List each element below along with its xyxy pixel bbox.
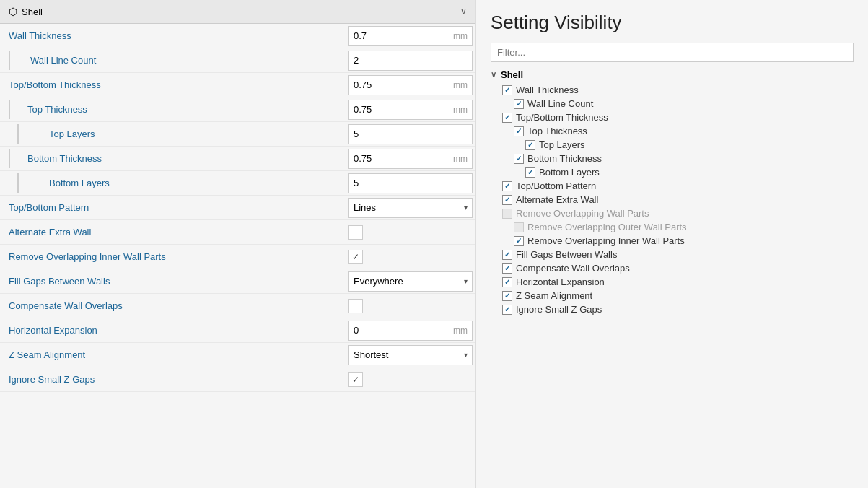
panel-title: Setting Visibility xyxy=(491,12,854,34)
remove-overlapping-inner-checkbox[interactable] xyxy=(348,250,363,264)
top-layers-input[interactable]: 5 xyxy=(354,128,359,139)
remove-overlapping-inner-value[interactable] xyxy=(346,248,475,266)
ignore-small-z-gaps-value[interactable] xyxy=(346,371,475,388)
tree-label-ignore-small-z-gaps: Ignore Small Z Gaps xyxy=(516,304,602,315)
tree-checkbox-z-seam-alignment[interactable] xyxy=(502,291,512,301)
tree-label-top-bottom-thickness: Top/Bottom Thickness xyxy=(516,112,608,123)
top-layers-value[interactable]: 5 xyxy=(346,123,475,146)
filter-input[interactable] xyxy=(491,43,854,62)
top-bottom-pattern-value[interactable]: Lines ▾ xyxy=(346,196,475,219)
tree-checkbox-ignore-small-z-gaps[interactable] xyxy=(502,305,512,315)
tree-shell-label: Shell xyxy=(501,69,523,80)
tree-item-top-layers: Top Layers xyxy=(491,138,854,152)
chevron-down-icon-3: ▾ xyxy=(464,351,468,359)
tree-checkbox-top-bottom-pattern[interactable] xyxy=(502,181,512,191)
tree-checkbox-top-thickness[interactable] xyxy=(514,126,524,136)
wall-thickness-value[interactable]: 0.7 mm xyxy=(346,25,475,48)
tree-checkbox-bottom-thickness[interactable] xyxy=(514,154,524,164)
setting-row-fill-gaps: Fill Gaps Between Walls Everywhere ▾ xyxy=(0,269,475,294)
tree-item-remove-overlapping-inner: Remove Overlapping Inner Wall Parts xyxy=(491,234,854,248)
alternate-extra-wall-value[interactable] xyxy=(346,224,475,241)
z-seam-alignment-select[interactable]: Shortest ▾ xyxy=(348,345,473,365)
wall-thickness-input[interactable]: 0.7 xyxy=(354,30,367,41)
section-collapse-chevron[interactable]: ∨ xyxy=(460,6,467,17)
tree-item-top-thickness: Top Thickness xyxy=(491,124,854,138)
tree-shell-header: ∨ Shell xyxy=(491,68,854,82)
fill-gaps-value[interactable]: Everywhere ▾ xyxy=(346,270,475,293)
tree-checkbox-top-layers[interactable] xyxy=(525,140,535,150)
fill-gaps-select[interactable]: Everywhere ▾ xyxy=(348,271,473,292)
tree-item-top-bottom-pattern: Top/Bottom Pattern xyxy=(491,179,854,193)
wall-line-count-value[interactable]: 2 xyxy=(346,49,475,72)
tree-checkbox-wall-line-count[interactable] xyxy=(514,99,524,109)
top-layers-label: Top Layers xyxy=(17,124,346,144)
tree-checkbox-fill-gaps[interactable] xyxy=(502,250,512,260)
horizontal-expansion-value[interactable]: 0 mm xyxy=(346,319,475,342)
tree-item-horizontal-expansion: Horizontal Expansion xyxy=(491,275,854,289)
bottom-layers-value[interactable]: 5 xyxy=(346,172,475,195)
tree-label-top-layers: Top Layers xyxy=(539,139,585,150)
shell-icon: ⬡ xyxy=(9,6,17,17)
tree-label-bottom-thickness: Bottom Thickness xyxy=(527,153,602,164)
setting-row-top-thickness: Top Thickness 0.75 mm xyxy=(0,97,475,122)
horizontal-expansion-input[interactable]: 0 xyxy=(354,325,359,336)
bottom-layers-input[interactable]: 5 xyxy=(354,178,359,188)
z-seam-alignment-value[interactable]: Shortest ▾ xyxy=(346,344,475,367)
setting-row-bottom-layers: Bottom Layers 5 xyxy=(0,171,475,196)
tree-label-fill-gaps: Fill Gaps Between Walls xyxy=(516,249,617,260)
tree-checkbox-remove-overlapping-wall-parts[interactable] xyxy=(502,209,512,219)
setting-row-wall-line-count: Wall Line Count 2 xyxy=(0,48,475,73)
top-thickness-input[interactable]: 0.75 xyxy=(354,104,372,115)
tree-label-compensate-wall-overlaps: Compensate Wall Overlaps xyxy=(516,263,630,274)
top-bottom-thickness-input[interactable]: 0.75 xyxy=(354,79,372,90)
setting-row-horizontal-expansion: Horizontal Expansion 0 mm xyxy=(0,318,475,343)
tree-item-compensate-wall-overlaps: Compensate Wall Overlaps xyxy=(491,261,854,275)
tree-item-z-seam-alignment: Z Seam Alignment xyxy=(491,289,854,302)
top-bottom-pattern-select[interactable]: Lines ▾ xyxy=(348,198,473,218)
tree-checkbox-remove-overlapping-outer[interactable] xyxy=(514,222,524,232)
tree-checkbox-alternate-extra-wall[interactable] xyxy=(502,195,512,205)
setting-row-bottom-thickness: Bottom Thickness 0.75 mm xyxy=(0,147,475,171)
tree-label-wall-thickness: Wall Thickness xyxy=(516,84,579,95)
tree-item-bottom-thickness: Bottom Thickness xyxy=(491,152,854,165)
tree-checkbox-bottom-layers[interactable] xyxy=(525,167,535,178)
top-bottom-pattern-label: Top/Bottom Pattern xyxy=(0,198,346,217)
alternate-extra-wall-checkbox[interactable] xyxy=(348,225,363,240)
tree-checkbox-horizontal-expansion[interactable] xyxy=(502,277,512,287)
wall-line-count-input[interactable]: 2 xyxy=(354,55,359,66)
top-thickness-label: Top Thickness xyxy=(9,100,346,119)
compensate-wall-overlaps-value[interactable] xyxy=(346,297,475,315)
tree-expand-icon[interactable]: ∨ xyxy=(491,70,496,79)
tree-checkbox-compensate-wall-overlaps[interactable] xyxy=(502,263,512,274)
tree-label-bottom-layers: Bottom Layers xyxy=(539,167,600,178)
bottom-thickness-input[interactable]: 0.75 xyxy=(354,153,372,164)
bottom-thickness-label: Bottom Thickness xyxy=(9,149,346,168)
bottom-thickness-value[interactable]: 0.75 mm xyxy=(346,147,475,170)
setting-row-top-bottom-pattern: Top/Bottom Pattern Lines ▾ xyxy=(0,196,475,220)
setting-row-compensate-wall-overlaps: Compensate Wall Overlaps xyxy=(0,294,475,318)
compensate-wall-overlaps-checkbox[interactable] xyxy=(348,299,363,313)
tree-checkbox-wall-thickness[interactable] xyxy=(502,85,512,95)
tree-checkbox-remove-overlapping-inner[interactable] xyxy=(514,236,524,246)
wall-line-count-label: Wall Line Count xyxy=(9,51,346,70)
shell-section-header[interactable]: ⬡ Shell ∨ xyxy=(0,0,475,24)
setting-row-wall-thickness: Wall Thickness 0.7 mm xyxy=(0,24,475,48)
remove-overlapping-inner-label: Remove Overlapping Inner Wall Parts xyxy=(0,247,346,266)
tree-checkbox-top-bottom-thickness[interactable] xyxy=(502,113,512,123)
tree-label-wall-line-count: Wall Line Count xyxy=(527,98,593,109)
setting-row-top-layers: Top Layers 5 xyxy=(0,122,475,147)
shell-section-title: Shell xyxy=(22,6,43,17)
horizontal-expansion-label: Horizontal Expansion xyxy=(0,321,346,340)
top-bottom-thickness-value[interactable]: 0.75 mm xyxy=(346,74,475,97)
tree-label-z-seam-alignment: Z Seam Alignment xyxy=(516,290,592,301)
chevron-down-icon-2: ▾ xyxy=(464,277,468,285)
compensate-wall-overlaps-label: Compensate Wall Overlaps xyxy=(0,296,346,315)
tree-label-top-bottom-pattern: Top/Bottom Pattern xyxy=(516,180,596,191)
top-thickness-value[interactable]: 0.75 mm xyxy=(346,98,475,121)
ignore-small-z-gaps-checkbox[interactable] xyxy=(348,372,363,387)
z-seam-alignment-selected: Shortest xyxy=(354,349,388,360)
alternate-extra-wall-label: Alternate Extra Wall xyxy=(0,222,346,242)
wall-thickness-label: Wall Thickness xyxy=(0,26,346,45)
fill-gaps-label: Fill Gaps Between Walls xyxy=(0,271,346,291)
left-settings-panel: ⬡ Shell ∨ Wall Thickness 0.7 mm Wall Lin… xyxy=(0,0,476,488)
